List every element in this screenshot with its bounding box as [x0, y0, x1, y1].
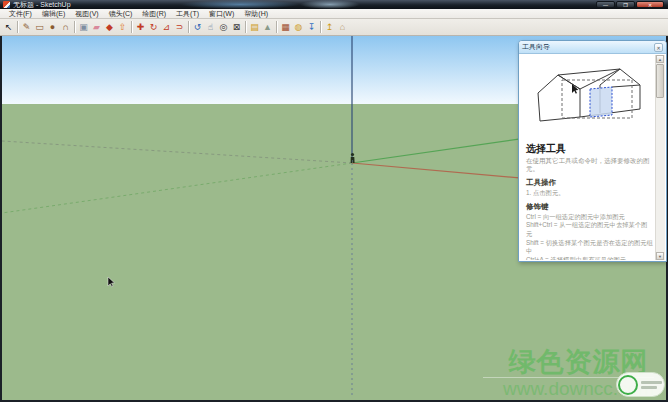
- push-pull-tool-icon[interactable]: ⇧: [117, 21, 129, 34]
- menu-file[interactable]: 文件(F): [4, 9, 37, 19]
- pan-tool-icon[interactable]: ☝: [205, 21, 217, 34]
- get-models-icon[interactable]: ↧: [306, 21, 318, 34]
- menu-bar: 文件(F) 编辑(E) 视图(V) 镜头(C) 绘图(R) 工具(T) 窗口(W…: [0, 9, 668, 19]
- operation-heading: 工具操作: [526, 178, 653, 188]
- select-tool-illustration: [526, 57, 653, 141]
- toolbar-separator: [131, 21, 132, 33]
- modifier-shift: Shift = 切换选择某个图元是否在选定的图元组中: [526, 239, 653, 256]
- select-tool-icon[interactable]: ↖: [3, 21, 15, 34]
- downcc-logo-icon: [618, 375, 638, 395]
- make-component-icon[interactable]: ▣: [78, 21, 90, 34]
- menu-help[interactable]: 帮助(H): [239, 9, 273, 19]
- toolbar-separator: [320, 21, 321, 33]
- line-tool-icon[interactable]: ✎: [21, 21, 33, 34]
- menu-draw[interactable]: 绘图(R): [137, 9, 171, 19]
- operation-step: 1. 点击图元。: [526, 189, 653, 198]
- badge-text-lines: [638, 379, 663, 391]
- model-box-icon[interactable]: ⌂: [337, 21, 349, 34]
- maximize-button[interactable]: ❐: [616, 1, 635, 8]
- toolbar-separator: [188, 21, 189, 33]
- instructor-title: 工具向导: [522, 42, 654, 52]
- toolbar-separator: [276, 21, 277, 33]
- instructor-title-bar[interactable]: 工具向导 ✕: [519, 41, 666, 54]
- arc-tool-icon[interactable]: ∩: [60, 21, 72, 34]
- selected-face: [590, 87, 612, 117]
- toolbar-separator: [245, 21, 246, 33]
- modifier-heading: 修饰键: [526, 202, 653, 212]
- instructor-scrollbar[interactable]: ▲ ▼: [655, 55, 665, 260]
- preview-google-earth-icon[interactable]: ◍: [293, 21, 305, 34]
- modifier-ctrl-a: Ctrl+A = 选择模型中所有可见的图元: [526, 256, 653, 260]
- aero-glow: [300, 0, 360, 9]
- getting-started-toolbar: ↖ ✎ ▭ ● ∩ ▣ ▰ ◆ ⇧ ✚ ↻ ⊿ ⊃ ↺ ☝ ◎ ⊠ ▤ ▲ ▦ …: [0, 19, 668, 36]
- modifier-ctrl: Ctrl = 向一组选定的图元中添加图元: [526, 213, 653, 222]
- modifier-shift-ctrl: Shift+Ctrl = 从一组选定的图元中去掉某个图元: [526, 221, 653, 238]
- rectangle-tool-icon[interactable]: ▭: [34, 21, 46, 34]
- sketchup-logo-icon: [3, 1, 10, 8]
- menu-window[interactable]: 窗口(W): [204, 9, 239, 19]
- toggle-terrain-icon[interactable]: ▲: [262, 21, 274, 34]
- menu-view[interactable]: 视图(V): [70, 9, 103, 19]
- get-current-view-icon[interactable]: ▤: [249, 21, 261, 34]
- zoom-extents-icon[interactable]: ⊠: [231, 21, 243, 34]
- menu-camera[interactable]: 镜头(C): [104, 9, 138, 19]
- orbit-tool-icon[interactable]: ↺: [192, 21, 204, 34]
- instructor-content: 选择工具 在使用其它工具或命令时，选择要修改的图元。 工具操作 1. 点击图元。…: [521, 55, 655, 260]
- toolbar-separator: [17, 21, 18, 33]
- minimize-button[interactable]: —: [596, 1, 615, 8]
- scale-tool-icon[interactable]: ⊿: [161, 21, 173, 34]
- instructor-panel: 工具向导 ✕: [518, 40, 667, 262]
- paint-bucket-icon[interactable]: ◆: [104, 21, 116, 34]
- eraser-tool-icon[interactable]: ▰: [91, 21, 103, 34]
- move-tool-icon[interactable]: ✚: [135, 21, 147, 34]
- tool-name-heading: 选择工具: [526, 142, 653, 156]
- rotate-tool-icon[interactable]: ↻: [148, 21, 160, 34]
- menu-edit[interactable]: 编辑(E): [37, 9, 70, 19]
- tool-description: 在使用其它工具或命令时，选择要修改的图元。: [526, 157, 653, 174]
- share-model-icon[interactable]: ↥: [324, 21, 336, 34]
- circle-tool-icon[interactable]: ●: [47, 21, 59, 34]
- zoom-tool-icon[interactable]: ◎: [218, 21, 230, 34]
- offset-tool-icon[interactable]: ⊃: [174, 21, 186, 34]
- downcc-badge: [616, 372, 665, 397]
- close-button[interactable]: ✕: [636, 1, 664, 8]
- menu-tools[interactable]: 工具(T): [171, 9, 204, 19]
- toolbar-separator: [74, 21, 75, 33]
- instructor-close-icon[interactable]: ✕: [654, 43, 663, 52]
- scroll-down-icon[interactable]: ▼: [656, 252, 664, 260]
- photo-textures-icon[interactable]: ▦: [280, 21, 292, 34]
- scroll-up-icon[interactable]: ▲: [656, 55, 664, 63]
- scroll-thumb[interactable]: [656, 64, 664, 98]
